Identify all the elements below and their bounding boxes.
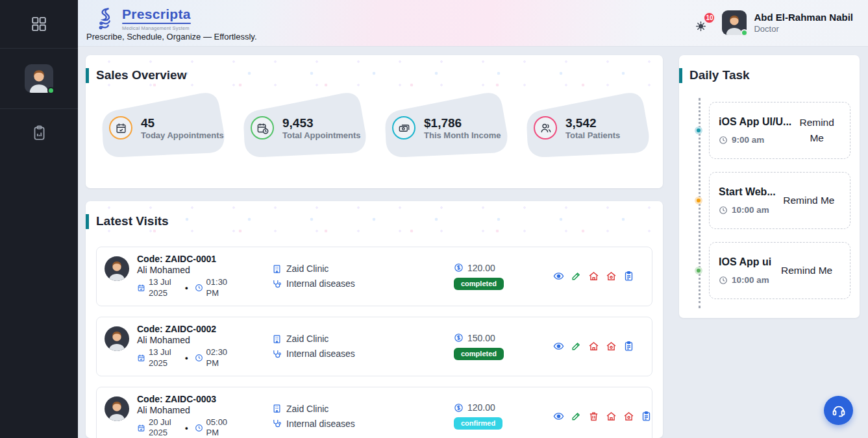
visit-actions: [553, 271, 634, 282]
visit-price: 120.00: [467, 263, 495, 273]
task-text: IOS App ui 10:00 am: [719, 256, 771, 285]
patient-avatar: [105, 256, 129, 281]
task-text: iOS App UI/U... 9:00 am: [719, 116, 791, 145]
brand-underline: [122, 23, 191, 24]
report-icon[interactable]: [623, 271, 634, 282]
visit-info: Code: ZAIDC-0002 Ali Mohamed 13 Jul 2025…: [137, 324, 272, 369]
notifications-button[interactable]: 10: [695, 21, 706, 32]
visit-date: 13 Jul 2025: [149, 277, 179, 299]
daily-task-title: Daily Task: [679, 55, 860, 82]
topbar-right: 10 Abd El-Rahman Nabil Doctor: [695, 0, 868, 35]
task-item: iOS App UI/U... 9:00 am Remind Me: [709, 102, 850, 159]
remind-me-button[interactable]: Remind Me: [791, 115, 842, 146]
clinic-line: Zaid Clinic: [272, 334, 454, 344]
house-icon[interactable]: [588, 341, 599, 352]
stat-card: 3,542 Total Patients: [521, 91, 651, 159]
notification-badge: 10: [703, 12, 715, 24]
task-title: iOS App UI/U...: [719, 116, 791, 128]
topbar: Prescripta Medical Management System Pre…: [78, 0, 868, 47]
patient-name: Ali Mohamed: [137, 265, 272, 275]
calendar-icon: [115, 122, 127, 134]
visit-datetime: 13 Jul 2025 • 01:30 PM: [137, 277, 272, 299]
home-alert-icon[interactable]: [623, 411, 634, 422]
remind-me-button[interactable]: Remind Me: [771, 263, 842, 278]
status-badge: confirmed: [454, 417, 502, 430]
task-item: Start Web... 10:00 am Remind Me: [709, 172, 850, 229]
left-column: Sales Overview: [86, 55, 663, 438]
home-alert-icon[interactable]: [606, 341, 617, 352]
task-time: 10:00 am: [732, 275, 769, 285]
report-icon[interactable]: [641, 411, 652, 422]
stat-value: $1,786: [424, 116, 501, 130]
content: Sales Overview: [78, 47, 868, 438]
patient-avatar: [105, 326, 129, 351]
dot-separator: •: [185, 283, 188, 293]
stat-label: Total Patients: [565, 130, 620, 140]
online-status-dot: [741, 29, 748, 36]
stats-row: 45 Today Appointments: [86, 82, 663, 159]
clinic-name: Zaid Clinic: [286, 263, 329, 274]
building-icon: [272, 264, 282, 274]
department-line: Internal diseases: [272, 419, 454, 429]
stat-value: 45: [141, 116, 224, 130]
app-subtitle: Medical Management System: [122, 25, 191, 31]
timeline-dot: [695, 197, 702, 204]
user-menu[interactable]: Abd El-Rahman Nabil Doctor: [722, 10, 853, 35]
stethoscope-icon: [272, 419, 282, 428]
view-icon[interactable]: [553, 341, 564, 352]
visit-actions: [553, 341, 634, 352]
stat-label: Today Appointments: [141, 130, 224, 140]
edit-icon[interactable]: [571, 341, 582, 352]
task-text: Start Web... 10:00 am: [719, 186, 776, 215]
task-time: 9:00 am: [732, 135, 764, 145]
delete-icon[interactable]: [588, 411, 599, 422]
calendar-small-icon: [137, 284, 145, 292]
edit-icon[interactable]: [571, 411, 582, 422]
view-icon[interactable]: [553, 411, 564, 422]
house-icon[interactable]: [606, 411, 617, 422]
task-card: Start Web... 10:00 am Remind Me: [709, 172, 850, 229]
view-icon[interactable]: [553, 271, 564, 282]
sidebar-avatar: [25, 64, 53, 93]
visit-time: 01:30 PM: [206, 277, 234, 299]
visit-code: Code: ZAIDC-0002: [137, 324, 272, 334]
stat-card: 45 Today Appointments: [96, 91, 226, 159]
dollar-circle-icon: [454, 333, 464, 343]
clinic-column: Zaid Clinic Internal diseases: [272, 334, 454, 359]
stat-content: $1,786 This Month Income: [392, 116, 501, 140]
sidebar-item-profile[interactable]: [0, 49, 78, 108]
edit-icon[interactable]: [571, 271, 582, 282]
status-badge: completed: [454, 348, 504, 360]
stethoscope-icon: [272, 279, 282, 289]
visit-price: 120.00: [467, 402, 495, 413]
sidebar-item-dashboard[interactable]: [0, 0, 78, 48]
user-info: Abd El-Rahman Nabil Doctor: [754, 12, 853, 34]
support-fab[interactable]: [824, 396, 853, 425]
remind-me-button[interactable]: Remind Me: [776, 193, 842, 208]
brand[interactable]: Prescripta Medical Management System: [94, 6, 191, 31]
patient-avatar: [105, 396, 129, 421]
main-area: Prescripta Medical Management System Pre…: [78, 0, 868, 438]
house-icon[interactable]: [588, 271, 599, 282]
timeline-dot: [695, 267, 702, 274]
sidebar-item-reports[interactable]: [0, 109, 78, 157]
price-column: 120.00 completed: [454, 263, 532, 290]
price-line: 120.00: [454, 263, 532, 273]
task-time-line: 9:00 am: [719, 135, 791, 145]
visit-row: Code: ZAIDC-0002 Ali Mohamed 13 Jul 2025…: [96, 317, 652, 376]
stat-card: $1,786 This Month Income: [379, 91, 509, 159]
calendar-clock-icon: [256, 122, 269, 134]
clock-small-icon: [195, 284, 203, 292]
task-time-line: 10:00 am: [719, 275, 771, 285]
patient-name: Ali Mohamed: [137, 405, 272, 415]
clinic-column: Zaid Clinic Internal diseases: [272, 404, 454, 429]
stat-card: 9,453 Total Appointments: [238, 91, 367, 159]
clinic-name: Zaid Clinic: [286, 404, 329, 414]
clock-icon: [719, 136, 728, 145]
visit-row: Code: ZAIDC-0001 Ali Mohamed 13 Jul 2025…: [96, 247, 652, 306]
report-icon[interactable]: [623, 341, 634, 352]
clinic-line: Zaid Clinic: [272, 263, 454, 274]
latest-visits-card: Latest Visits Code: ZAIDC-0001 Ali Moham…: [86, 201, 663, 438]
sales-overview-title: Sales Overview: [86, 55, 663, 82]
home-alert-icon[interactable]: [606, 271, 617, 282]
